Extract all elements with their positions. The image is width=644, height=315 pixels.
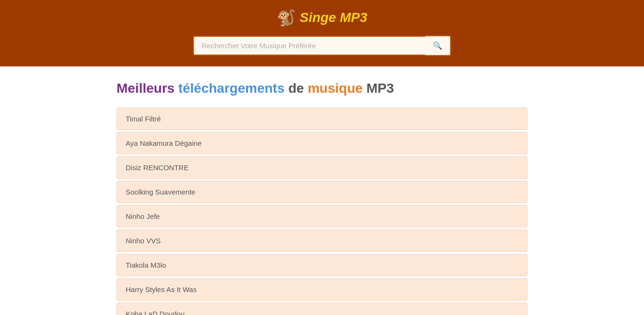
music-list-item[interactable]: Disiz RENCONTRE — [117, 156, 527, 179]
section-title: Meilleurs téléchargements de musique MP3 — [117, 81, 527, 96]
main-content: Meilleurs téléchargements de musique MP3… — [107, 66, 537, 315]
music-list-item[interactable]: Ninho VVS — [117, 229, 527, 252]
title-word-mp3: MP3 — [366, 81, 394, 96]
music-list-item[interactable]: Timal Filtré — [117, 108, 527, 130]
search-button[interactable]: 🔍 — [425, 35, 451, 56]
title-word-de: de — [289, 81, 304, 96]
monkey-icon: 🐒 — [277, 9, 296, 27]
music-list-item[interactable]: Ninho Jefe — [117, 205, 527, 228]
logo-text: Singe MP3 — [300, 10, 367, 25]
music-list-item[interactable]: Koba LaD Doudou — [117, 303, 527, 315]
title-word-musique: musique — [308, 81, 363, 96]
title-word-telechargements: téléchargements — [178, 81, 285, 96]
logo: 🐒 Singe MP3 — [277, 9, 367, 27]
music-list-item[interactable]: Soolking Suavemente — [117, 181, 527, 203]
title-word-meilleurs: Meilleurs — [117, 81, 174, 96]
search-input[interactable] — [193, 36, 425, 55]
music-list-item[interactable]: Harry Styles As It Was — [117, 278, 527, 301]
music-list: Timal FiltréAya Nakamura DégaineDisiz RE… — [117, 108, 527, 315]
music-list-item[interactable]: Tiakola M3lo — [117, 254, 527, 276]
music-list-item[interactable]: Aya Nakamura Dégaine — [117, 132, 527, 154]
search-container: 🔍 — [193, 35, 451, 56]
site-header: 🐒 Singe MP3 🔍 — [0, 0, 644, 66]
